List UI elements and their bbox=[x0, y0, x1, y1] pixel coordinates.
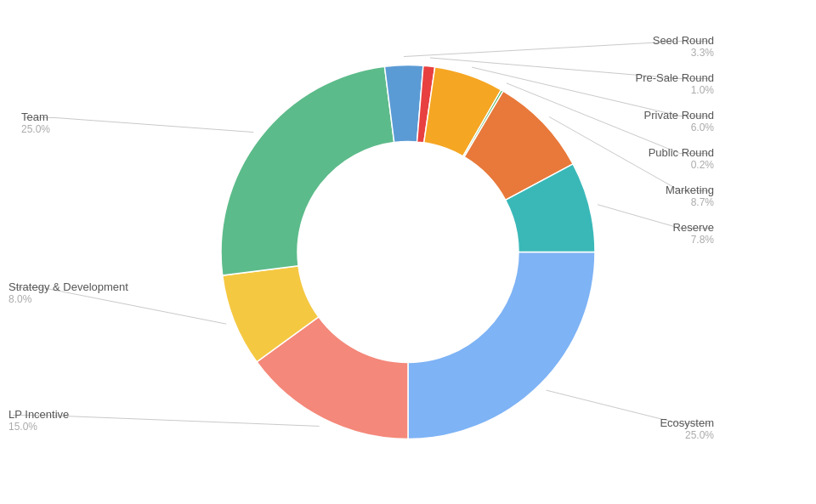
segment-name: Seed Round bbox=[653, 34, 714, 47]
chart-container: Seed Round3.3%Pre-Sale Round1.0%Private … bbox=[0, 0, 816, 504]
segment-name: Team bbox=[21, 110, 50, 123]
segment-name: Ecosystem bbox=[660, 416, 714, 429]
label-team: Team25.0% bbox=[21, 110, 50, 135]
label-public-round: Public Round0.2% bbox=[649, 146, 714, 171]
leader-line-team bbox=[26, 117, 253, 132]
segment-name: Public Round bbox=[649, 146, 714, 159]
segment-pct: 8.7% bbox=[666, 196, 714, 208]
segment-pct: 3.3% bbox=[653, 47, 714, 59]
label-lp-incentive: LP Incentive15.0% bbox=[8, 408, 69, 433]
label-marketing: Marketing8.7% bbox=[666, 184, 714, 208]
segment-name: Strategy & Development bbox=[8, 280, 128, 293]
label-strategy-&-development: Strategy & Development8.0% bbox=[8, 280, 128, 305]
label-seed-round: Seed Round3.3% bbox=[653, 34, 714, 59]
segment-pct: 1.0% bbox=[636, 84, 715, 96]
segment-pct: 8.0% bbox=[8, 293, 128, 305]
segment-pct: 0.2% bbox=[649, 159, 714, 171]
label-private-round: Private Round6.0% bbox=[644, 109, 714, 133]
segment-name: Private Round bbox=[644, 109, 714, 122]
segment-pct: 7.8% bbox=[673, 234, 714, 246]
segment-name: Marketing bbox=[666, 184, 714, 196]
label-pre-sale-round: Pre-Sale Round1.0% bbox=[636, 71, 715, 96]
segment-name: Pre-Sale Round bbox=[636, 71, 715, 84]
segment-pct: 25.0% bbox=[660, 429, 714, 441]
label-ecosystem: Ecosystem25.0% bbox=[660, 416, 714, 441]
segment-pct: 15.0% bbox=[8, 421, 69, 433]
segment-name: LP Incentive bbox=[8, 408, 69, 421]
segment-ecosystem bbox=[408, 252, 595, 439]
segment-pct: 25.0% bbox=[21, 123, 50, 135]
segment-team bbox=[221, 66, 394, 275]
segment-name: Reserve bbox=[673, 221, 714, 234]
segment-pct: 6.0% bbox=[644, 122, 714, 133]
label-reserve: Reserve7.8% bbox=[673, 221, 714, 246]
